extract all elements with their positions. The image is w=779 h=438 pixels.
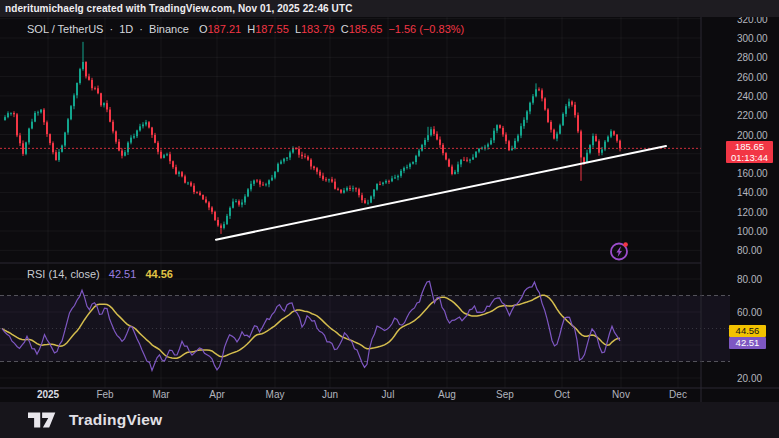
price-axis-label: 200.00: [737, 129, 768, 140]
current-price-value: 185.65: [726, 141, 773, 152]
rsi-value: 42.51: [109, 268, 137, 280]
notification-dot: [623, 242, 628, 247]
time-axis-label: May: [266, 389, 285, 400]
time-axis-label: Apr: [209, 389, 225, 400]
time-scale[interactable]: 2025FebMarAprMayJunJulAugSepOctNovDec: [0, 388, 779, 402]
rsi-ma-value: 44.56: [145, 268, 173, 280]
time-axis-label: 2025: [37, 389, 59, 400]
attribution-text: nderitumichaelg created with TradingView…: [5, 3, 352, 14]
price-axis-label: 300.00: [737, 33, 768, 44]
exchange-label: Binance: [149, 23, 189, 35]
flash-ideas-button[interactable]: [608, 240, 630, 262]
attribution-bar: nderitumichaelg created with TradingView…: [0, 0, 779, 17]
rsi-value-badge: 42.51: [729, 337, 766, 349]
current-price-badge: 185.65 01:13:44: [726, 141, 773, 163]
time-axis-label: Nov: [612, 389, 630, 400]
candlestick-series[interactable]: [4, 42, 621, 234]
time-axis-label: Dec: [669, 389, 687, 400]
price-axis-label: 260.00: [737, 71, 768, 82]
price-axis-label: 140.00: [737, 187, 768, 198]
brand-bar: TradingView: [0, 402, 779, 438]
time-axis-label: Jun: [322, 389, 338, 400]
symbol-name[interactable]: SOL / TetherUS: [27, 23, 103, 35]
price-axis-label: 220.00: [737, 110, 768, 121]
time-axis-label: Jul: [382, 389, 395, 400]
time-axis-label: Oct: [554, 389, 570, 400]
time-axis-label: Mar: [152, 389, 169, 400]
interval-label[interactable]: 1D: [119, 23, 133, 35]
symbol-legend[interactable]: SOL / TetherUS · 1D · Binance O187.21 H1…: [27, 23, 467, 35]
high-label: H: [247, 23, 255, 35]
price-axis-label: 240.00: [737, 90, 768, 101]
rsi-legend[interactable]: RSI (14, close) 42.51 44.56: [27, 268, 173, 280]
price-axis-label: 80.00: [737, 245, 762, 256]
separator-dot: ·: [139, 23, 143, 35]
lightning-bolt-icon: [616, 247, 622, 257]
price-axis-label: 120.00: [737, 206, 768, 217]
close-value: 185.65: [349, 23, 383, 35]
price-axis-label: 160.00: [737, 168, 768, 179]
high-value: 187.55: [255, 23, 289, 35]
separator-dot: ·: [110, 23, 114, 35]
low-value: 183.79: [301, 23, 335, 35]
change-value: −1.56 (−0.83%): [388, 23, 464, 35]
chart-canvas[interactable]: [0, 0, 779, 438]
tradingview-chart-snapshot: { "attribution": { "text": "nderitumicha…: [0, 0, 779, 438]
bar-countdown: 01:13:44: [726, 152, 773, 163]
time-axis-label: Aug: [438, 389, 456, 400]
tradingview-logo-icon: [28, 410, 60, 430]
time-axis-label: Feb: [96, 389, 113, 400]
close-label: C: [341, 23, 349, 35]
time-axis-label: Sep: [496, 389, 514, 400]
tradingview-wordmark: TradingView: [69, 411, 162, 429]
rsi-axis-label: 80.00: [737, 274, 762, 285]
rsi-title[interactable]: RSI (14, close): [27, 268, 100, 280]
rsi-ma-badge: 44.56: [729, 325, 766, 337]
price-axis-label: 100.00: [737, 226, 768, 237]
price-axis-label: 280.00: [737, 52, 768, 63]
open-value: 187.21: [207, 23, 241, 35]
rsi-axis-label: 20.00: [737, 373, 762, 384]
rsi-axis-label: 60.00: [737, 307, 762, 318]
